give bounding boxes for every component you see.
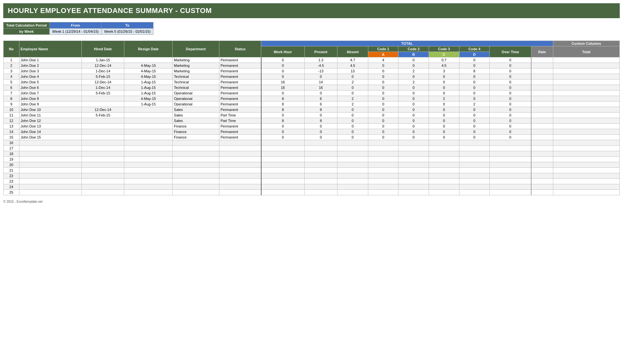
table-row: 15John Doe 15FinancePermanent00000000 xyxy=(4,135,620,140)
table-row: 1John Doe 11-Jan-15MarketingPermanent61.… xyxy=(4,57,620,63)
table-row: 16 xyxy=(4,140,620,146)
col-work-hour: Work Hour xyxy=(261,46,304,57)
custom-header: Custom Columns xyxy=(553,41,619,46)
table-row: 4John Doe 45-Feb-154-May-15TechnicalPerm… xyxy=(4,74,620,79)
footer: © 2015 - Exceltemplate.net xyxy=(3,200,620,203)
table-row: 20 xyxy=(4,162,620,168)
table-row: 7John Doe 75-Feb-151-Aug-15OperationalPe… xyxy=(4,91,620,96)
col-code3: Code 3 xyxy=(429,46,459,52)
table-row: 9John Doe 91-Aug-15OperationalPermanent8… xyxy=(4,102,620,107)
code-a-label: A xyxy=(368,52,398,57)
table-row: 5John Doe 512-Dec-141-Aug-15TechnicalPer… xyxy=(4,79,620,85)
total-header: TOTAL xyxy=(261,41,553,46)
table-row: 23 xyxy=(4,179,620,184)
period-to-value: Week 5 (01/26/15 - 02/01/15) xyxy=(101,29,153,35)
table-row: 6John Doe 61-Dec-141-Aug-15TechnicalPerm… xyxy=(4,85,620,91)
period-from-value: Week 1 (12/29/14 - 01/04/15) xyxy=(50,29,102,35)
table-row: 24 xyxy=(4,184,620,190)
period-week-label: by Week xyxy=(4,29,50,35)
col-status: Status xyxy=(219,41,261,57)
table-row: 17 xyxy=(4,146,620,151)
table-row: 3John Doe 31-Dec-144-May-15MarketingPerm… xyxy=(4,68,620,74)
table-row: 22 xyxy=(4,173,620,179)
col-department: Department xyxy=(173,41,219,57)
main-table: No Employee Name Hired Date Resign Date … xyxy=(3,41,620,195)
period-table: Total Calculation Period From To by Week… xyxy=(3,22,153,35)
col-rate: Rate xyxy=(531,46,553,57)
col-hired-date: Hired Date xyxy=(82,41,124,57)
table-row: 2John Doe 212-Dec-144-May-15MarketingPer… xyxy=(4,63,620,68)
table-row: 19 xyxy=(4,157,620,162)
code-b-label: B xyxy=(398,52,429,57)
period-from-label: From xyxy=(50,22,102,29)
period-label: Total Calculation Period xyxy=(4,22,50,29)
table-row: 10John Doe 1012-Dec-14SalesPermanent8800… xyxy=(4,107,620,113)
table-row: 12John Doe 12SalesPart Time88000000 xyxy=(4,118,620,124)
col-overtime: Over Time xyxy=(490,46,531,57)
col-resign-date: Resign Date xyxy=(124,41,173,57)
table-row: 11John Doe 115-Feb-15SalesPart Time00000… xyxy=(4,113,620,118)
table-row: 21 xyxy=(4,168,620,173)
table-row: 13John Doe 13FinancePermanent00000000 xyxy=(4,124,620,129)
table-row: 18 xyxy=(4,151,620,157)
period-to-label: To xyxy=(101,22,153,29)
col-code1: Code 1 xyxy=(368,46,398,52)
col-present: Present xyxy=(304,46,337,57)
code-c-label: C xyxy=(429,52,459,57)
page-title: HOURLY EMPLOYEE ATTENDANCE SUMMARY - CUS… xyxy=(3,3,620,18)
col-code2: Code 2 xyxy=(398,46,429,52)
table-row: 14John Doe 14FinancePermanent00000000 xyxy=(4,129,620,135)
col-absent: Absent xyxy=(337,46,368,57)
table-row: 8John Doe 84-May-15OperationalPermanent8… xyxy=(4,96,620,102)
col-no: No xyxy=(4,41,19,57)
col-total: Total xyxy=(553,46,619,57)
col-code4: Code 4 xyxy=(459,46,490,52)
code-d-label: D xyxy=(459,52,490,57)
table-row: 25 xyxy=(4,190,620,195)
col-employee-name: Employee Name xyxy=(19,41,82,57)
